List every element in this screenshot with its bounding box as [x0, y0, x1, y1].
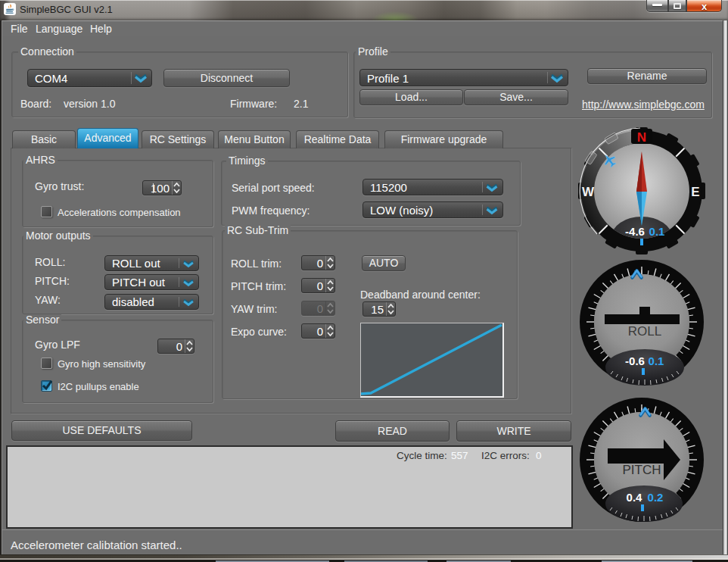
svg-text:PITCH: PITCH	[623, 463, 661, 477]
svg-text:0.1: 0.1	[649, 354, 664, 367]
svg-text:ROLL: ROLL	[628, 324, 661, 339]
svg-text:0.1: 0.1	[649, 225, 665, 238]
svg-text:-4.6: -4.6	[625, 225, 645, 238]
svg-text:0.4: 0.4	[627, 491, 643, 504]
svg-text:N: N	[637, 130, 646, 145]
svg-text:-0.6: -0.6	[625, 354, 645, 367]
svg-text:0.2: 0.2	[648, 491, 664, 504]
svg-text:E: E	[691, 185, 699, 199]
svg-text:W: W	[582, 185, 595, 199]
